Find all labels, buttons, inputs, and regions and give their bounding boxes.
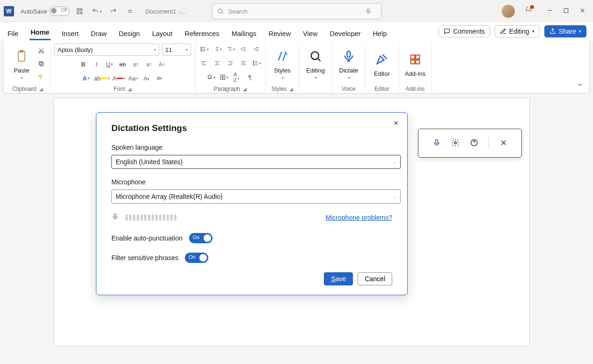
tab-file[interactable]: File — [7, 27, 19, 40]
svg-rect-5 — [20, 51, 23, 52]
redo-icon[interactable] — [107, 5, 120, 18]
font-size-select[interactable]: 11▾ — [162, 44, 191, 56]
font-color-icon[interactable]: A▾ — [112, 73, 125, 84]
decrease-indent-icon[interactable] — [238, 44, 249, 55]
tab-help[interactable]: Help — [372, 27, 388, 40]
tab-home[interactable]: Home — [29, 26, 50, 40]
tab-view[interactable]: View — [302, 27, 318, 40]
superscript-icon[interactable]: x2 — [144, 58, 154, 70]
separator — [489, 137, 489, 149]
font-family-select[interactable]: Aptos (Body)▾ — [54, 44, 159, 56]
svg-rect-2 — [367, 9, 369, 12]
addins-label: Add-ins — [405, 70, 425, 77]
text-effects-icon[interactable]: A▾ — [81, 73, 91, 84]
grow-font-icon[interactable]: A▴ — [141, 73, 152, 84]
dialog-close-icon[interactable] — [390, 117, 402, 129]
line-spacing-icon[interactable]: ▾ — [251, 58, 262, 69]
paste-button[interactable]: Paste ▾ — [9, 47, 34, 80]
copy-icon[interactable] — [36, 58, 46, 69]
subscript-icon[interactable]: x2 — [131, 58, 141, 70]
ribbon-group-editing: Editing ▾ — [299, 44, 332, 92]
shading-icon[interactable]: ▾ — [205, 72, 216, 83]
search-mic-icon[interactable] — [365, 8, 372, 15]
bullets-icon[interactable]: ▾ — [199, 44, 209, 55]
numbering-icon[interactable]: ▾ — [212, 44, 222, 55]
tab-mailings[interactable]: Mailings — [231, 27, 257, 40]
save-button[interactable]: Save — [324, 272, 353, 285]
cancel-button[interactable]: Cancel — [358, 272, 392, 285]
editor-button[interactable]: Editor — [369, 51, 395, 77]
addins-button[interactable]: Add-ins — [403, 51, 428, 77]
shrink-font-icon[interactable]: A▾ — [154, 73, 165, 84]
justify-icon[interactable] — [238, 58, 249, 69]
italic-icon[interactable]: I — [91, 58, 102, 70]
share-button[interactable]: Share ▾ — [544, 25, 586, 37]
clipboard-group-label: Clipboard — [12, 86, 36, 92]
styles-button[interactable]: Styles ▾ — [270, 47, 295, 80]
mic-problems-link[interactable]: Microphone problems? — [326, 214, 392, 221]
window-minimize-icon[interactable] — [547, 7, 553, 15]
show-marks-icon[interactable]: ¶ — [245, 72, 255, 83]
spoken-language-select[interactable]: English (United States) ⌄ — [111, 155, 401, 169]
tab-insert[interactable]: Insert — [61, 27, 80, 40]
user-avatar[interactable] — [502, 5, 515, 18]
cut-icon[interactable] — [36, 45, 46, 56]
align-left-icon[interactable] — [199, 58, 209, 69]
font-size-value: 11 — [165, 46, 172, 53]
dialog-launcher-icon[interactable]: ◢ — [243, 87, 247, 92]
filter-state: On — [189, 254, 196, 260]
multilevel-list-icon[interactable]: ▾ — [225, 44, 235, 55]
dictation-help-icon[interactable] — [470, 138, 478, 148]
tab-references[interactable]: References — [183, 27, 220, 40]
format-painter-icon[interactable] — [36, 71, 46, 82]
autosave-switch-off[interactable]: Off — [50, 7, 69, 16]
dictate-button[interactable]: Dictate ▾ — [336, 47, 361, 80]
editing-button[interactable]: Editing ▾ — [303, 47, 328, 80]
autopunct-state: On — [193, 234, 200, 240]
ribbon-collapse-icon[interactable] — [577, 81, 583, 89]
chevron-down-icon: ⌄ — [393, 195, 396, 199]
strikethrough-icon[interactable]: ab — [117, 58, 128, 70]
ribbon-group-voice: Dictate ▾ Voice — [332, 44, 366, 92]
change-case-icon[interactable]: Aa▾ — [128, 73, 139, 84]
tab-developer[interactable]: Developer — [329, 27, 362, 40]
tab-draw[interactable]: Draw — [90, 27, 108, 40]
window-restore-icon[interactable] — [563, 7, 569, 15]
document-title: Document1 -… — [145, 8, 186, 15]
voice-group-label: Voice — [342, 86, 355, 92]
tab-layout[interactable]: Layout — [151, 27, 174, 40]
dialog-launcher-icon[interactable]: ◢ — [128, 87, 132, 92]
search-bar[interactable]: Search — [212, 3, 381, 19]
highlight-icon[interactable]: ab▾ — [94, 73, 109, 84]
align-center-icon[interactable] — [212, 58, 222, 69]
comments-button[interactable]: Comments — [439, 25, 490, 37]
tab-review[interactable]: Review — [268, 27, 292, 40]
undo-icon[interactable]: ▾ — [90, 5, 103, 18]
borders-icon[interactable]: ▾ — [219, 72, 229, 83]
tab-design[interactable]: Design — [118, 27, 141, 40]
window-close-icon[interactable] — [579, 7, 586, 15]
autopunct-toggle[interactable]: On — [189, 233, 212, 243]
bold-icon[interactable]: B — [78, 58, 88, 70]
search-placeholder: Search — [228, 8, 248, 15]
dialog-launcher-icon[interactable]: ◢ — [289, 87, 293, 92]
clear-formatting-icon[interactable]: A◇ — [157, 58, 167, 70]
save-icon[interactable] — [73, 5, 86, 18]
filter-toggle[interactable]: On — [185, 253, 208, 263]
qat-customize-icon[interactable] — [124, 5, 137, 18]
align-right-icon[interactable] — [225, 58, 235, 69]
dictation-mic-icon[interactable] — [432, 138, 441, 148]
svg-rect-16 — [411, 55, 415, 58]
dictation-close-icon[interactable] — [499, 138, 508, 148]
filter-label: Filter sensitive phrases — [111, 254, 178, 262]
autosave-toggle[interactable]: AutoSave Off — [21, 7, 69, 16]
sort-icon[interactable]: AZ↓ — [232, 72, 242, 83]
increase-indent-icon[interactable] — [251, 44, 262, 55]
microphone-select[interactable]: Microphone Array (Realtek(R) Audio) ⌄ — [111, 189, 401, 204]
notifications-icon[interactable] — [524, 7, 533, 16]
editing-mode-button[interactable]: Editing ▾ — [495, 25, 540, 37]
styles-group-label: Styles — [271, 86, 287, 92]
underline-icon[interactable]: U▾ — [104, 58, 115, 70]
dialog-launcher-icon[interactable]: ◢ — [39, 87, 43, 92]
dictation-settings-icon[interactable] — [451, 138, 460, 148]
